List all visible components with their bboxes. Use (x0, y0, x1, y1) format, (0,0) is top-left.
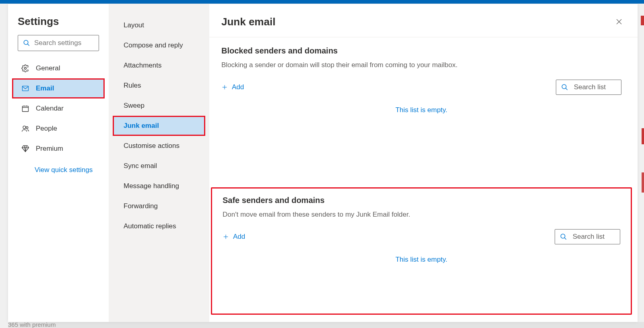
content-title: Junk email (221, 16, 275, 28)
safe-senders-section: Safe senders and domains Don't move emai… (211, 187, 632, 315)
subnav-item-sweep[interactable]: Sweep (113, 96, 205, 116)
mail-icon (21, 84, 29, 92)
blocked-add-button[interactable]: Add (221, 83, 244, 91)
search-list-placeholder: Search list (573, 233, 605, 241)
background-right-edge (638, 4, 644, 322)
background-left-rail (0, 0, 8, 328)
sidebar-item-people[interactable]: People (12, 119, 105, 139)
blocked-empty-message: This list is empty. (221, 95, 621, 125)
svg-point-15 (26, 127, 28, 129)
calendar-icon (21, 105, 29, 113)
svg-line-29 (564, 238, 566, 240)
content-scroll-area[interactable]: Blocked senders and domains Blocking a s… (209, 37, 638, 322)
settings-title: Settings (12, 12, 105, 35)
sidebar-item-premium[interactable]: Premium (12, 139, 105, 159)
svg-point-28 (561, 234, 565, 238)
search-icon (561, 84, 568, 91)
blocked-heading: Blocked senders and domains (221, 46, 621, 55)
blocked-senders-section: Blocked senders and domains Blocking a s… (209, 37, 634, 186)
view-quick-settings-link[interactable]: View quick settings (12, 159, 105, 179)
subnav-item-attachments[interactable]: Attachments (113, 55, 205, 76)
sidebar-item-label: General (36, 64, 60, 72)
sidebar-item-label: Email (36, 84, 54, 92)
svg-rect-4 (23, 106, 29, 111)
subnav-item-customise-actions[interactable]: Customise actions (113, 136, 205, 156)
sidebar-item-email[interactable]: Email (12, 78, 105, 98)
svg-point-0 (24, 40, 28, 45)
add-label: Add (232, 83, 244, 91)
search-icon (23, 39, 30, 47)
plus-icon (223, 234, 229, 240)
close-button[interactable] (613, 15, 625, 28)
settings-search-input[interactable] (34, 39, 120, 47)
subnav-item-automatic-replies[interactable]: Automatic replies (113, 216, 205, 236)
subnav-item-forwarding[interactable]: Forwarding (113, 196, 205, 216)
sidebar-item-general[interactable]: General (12, 58, 105, 78)
sidebar-item-label: Premium (36, 145, 63, 153)
gear-icon (21, 64, 29, 72)
svg-point-24 (562, 84, 566, 89)
safe-search-list[interactable]: Search list (555, 229, 620, 244)
search-icon (560, 233, 567, 240)
subnav-item-rules[interactable]: Rules (113, 76, 205, 96)
close-icon (615, 18, 623, 25)
settings-content: Junk email Blocked senders and domains B… (209, 4, 638, 322)
search-list-placeholder: Search list (574, 83, 606, 91)
blocked-description: Blocking a sender or domain will stop th… (221, 61, 621, 69)
safe-description: Don't move email from these senders to m… (223, 211, 620, 219)
app-titlebar (0, 0, 644, 4)
background-promo-text: 365 with premium (8, 321, 56, 328)
plus-icon (221, 84, 228, 90)
settings-search[interactable] (18, 35, 99, 51)
settings-subnav: Layout Compose and reply Attachments Rul… (109, 4, 209, 322)
diamond-icon (21, 145, 29, 153)
safe-heading: Safe senders and domains (223, 196, 620, 205)
svg-line-1 (27, 44, 29, 46)
subnav-item-junk-email[interactable]: Junk email (113, 116, 205, 136)
safe-add-button[interactable]: Add (223, 233, 245, 241)
subnav-item-layout[interactable]: Layout (113, 15, 205, 35)
settings-sidebar: Settings General Email Calendar People (8, 4, 109, 322)
content-header: Junk email (209, 4, 638, 37)
blocked-search-list[interactable]: Search list (556, 80, 621, 95)
subnav-item-message-handling[interactable]: Message handling (113, 176, 205, 196)
people-icon (21, 125, 29, 133)
svg-line-25 (566, 88, 568, 90)
blocked-list-area (221, 125, 621, 178)
subnav-item-sync-email[interactable]: Sync email (113, 156, 205, 176)
safe-empty-message: This list is empty. (223, 244, 620, 275)
sidebar-item-calendar[interactable]: Calendar (12, 98, 105, 119)
subnav-item-compose[interactable]: Compose and reply (113, 35, 205, 55)
add-label: Add (233, 233, 245, 241)
svg-point-2 (25, 68, 27, 70)
svg-point-14 (23, 126, 26, 129)
sidebar-item-label: People (36, 125, 57, 133)
sidebar-item-label: Calendar (36, 105, 64, 113)
settings-dialog: Settings General Email Calendar People (8, 4, 638, 322)
